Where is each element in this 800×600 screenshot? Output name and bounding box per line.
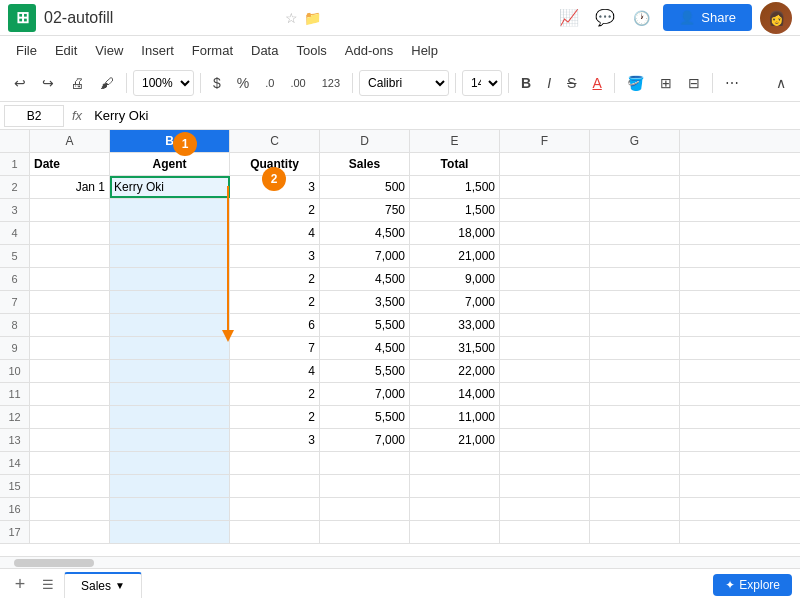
cell-b3[interactable] [110,199,230,221]
row-number[interactable]: 16 [0,498,30,520]
cell-e17[interactable] [410,521,500,543]
cell-b6[interactable] [110,268,230,290]
cell-a5[interactable] [30,245,110,267]
cell-d9[interactable]: 4,500 [320,337,410,359]
percent-button[interactable]: % [231,70,255,96]
cell-e9[interactable]: 31,500 [410,337,500,359]
scroll-thumb[interactable] [14,559,94,567]
cell-c3[interactable]: 2 [230,199,320,221]
cell-g17[interactable] [590,521,680,543]
cell-f3[interactable] [500,199,590,221]
cell-f15[interactable] [500,475,590,497]
cell-c8[interactable]: 6 [230,314,320,336]
cell-e11[interactable]: 14,000 [410,383,500,405]
cell-g12[interactable] [590,406,680,428]
row-number[interactable]: 9 [0,337,30,359]
sheet-list-button[interactable]: ☰ [36,573,60,597]
cell-d17[interactable] [320,521,410,543]
cell-b9[interactable] [110,337,230,359]
cell-f14[interactable] [500,452,590,474]
cell-g15[interactable] [590,475,680,497]
cell-d11[interactable]: 7,000 [320,383,410,405]
cell-b1[interactable]: Agent [110,153,230,175]
undo-button[interactable]: ↩ [8,70,32,96]
cell-a7[interactable] [30,291,110,313]
cell-d14[interactable] [320,452,410,474]
cell-a12[interactable] [30,406,110,428]
decimal-increase-button[interactable]: .00 [284,70,311,96]
cell-f6[interactable] [500,268,590,290]
cell-g9[interactable] [590,337,680,359]
cell-a9[interactable] [30,337,110,359]
cell-reference-input[interactable] [4,105,64,127]
cell-c12[interactable]: 2 [230,406,320,428]
row-number[interactable]: 1 [0,153,30,175]
bold-button[interactable]: B [515,70,537,96]
cell-d2[interactable]: 500 [320,176,410,198]
row-number[interactable]: 11 [0,383,30,405]
row-number[interactable]: 10 [0,360,30,382]
cell-g13[interactable] [590,429,680,451]
cell-e3[interactable]: 1,500 [410,199,500,221]
borders-button[interactable]: ⊞ [654,70,678,96]
row-number[interactable]: 5 [0,245,30,267]
formula-input[interactable] [90,105,796,127]
cell-g1[interactable] [590,153,680,175]
cell-g7[interactable] [590,291,680,313]
cell-e12[interactable]: 11,000 [410,406,500,428]
cell-e15[interactable] [410,475,500,497]
paint-format-button[interactable]: 🖌 [94,70,120,96]
cell-d3[interactable]: 750 [320,199,410,221]
cell-f12[interactable] [500,406,590,428]
cell-b5[interactable] [110,245,230,267]
col-header-a[interactable]: A [30,130,110,152]
history-icon[interactable]: 🕐 [627,4,655,32]
cell-d16[interactable] [320,498,410,520]
cell-d5[interactable]: 7,000 [320,245,410,267]
cell-a4[interactable] [30,222,110,244]
redo-button[interactable]: ↪ [36,70,60,96]
file-name[interactable]: 02-autofill [44,9,279,27]
folder-icon[interactable]: 📁 [304,10,321,26]
cell-f1[interactable] [500,153,590,175]
row-number[interactable]: 3 [0,199,30,221]
cell-e8[interactable]: 33,000 [410,314,500,336]
cell-b16[interactable] [110,498,230,520]
cell-a2[interactable]: Jan 1 [30,176,110,198]
cell-d1[interactable]: Sales [320,153,410,175]
cell-f17[interactable] [500,521,590,543]
menu-addons[interactable]: Add-ons [337,40,401,61]
italic-button[interactable]: I [541,70,557,96]
cell-c10[interactable]: 4 [230,360,320,382]
fill-color-button[interactable]: 🪣 [621,70,650,96]
cell-a6[interactable] [30,268,110,290]
cell-f4[interactable] [500,222,590,244]
format-button[interactable]: 123 [316,70,346,96]
cell-e1[interactable]: Total [410,153,500,175]
cell-a8[interactable] [30,314,110,336]
cell-c2[interactable]: 3 [230,176,320,198]
cell-g4[interactable] [590,222,680,244]
text-color-button[interactable]: A [586,70,607,96]
row-number[interactable]: 4 [0,222,30,244]
cell-d12[interactable]: 5,500 [320,406,410,428]
cell-c1[interactable]: Quantity [230,153,320,175]
cell-c11[interactable]: 2 [230,383,320,405]
col-header-e[interactable]: E [410,130,500,152]
cell-c13[interactable]: 3 [230,429,320,451]
zoom-select[interactable]: 100% [133,70,194,96]
explore-button[interactable]: ✦ Explore [713,574,792,596]
sheet-tab-sales[interactable]: Sales ▼ [64,572,142,598]
cell-b8[interactable] [110,314,230,336]
col-header-b[interactable]: B [110,130,230,152]
cell-c9[interactable]: 7 [230,337,320,359]
cell-c5[interactable]: 3 [230,245,320,267]
row-number[interactable]: 15 [0,475,30,497]
cell-c6[interactable]: 2 [230,268,320,290]
cell-f13[interactable] [500,429,590,451]
cell-e4[interactable]: 18,000 [410,222,500,244]
cell-c16[interactable] [230,498,320,520]
cell-a11[interactable] [30,383,110,405]
chart-icon[interactable]: 📈 [555,4,583,32]
cell-a17[interactable] [30,521,110,543]
